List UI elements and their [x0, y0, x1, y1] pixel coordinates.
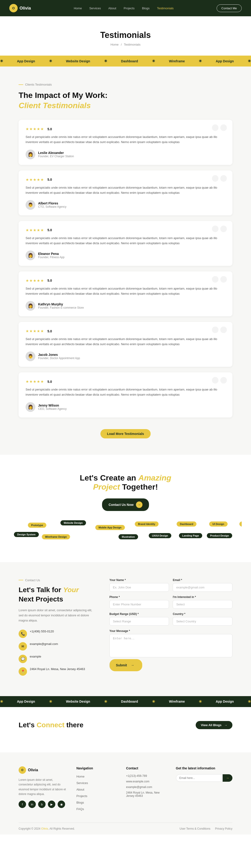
navbar: O Olivia Home Services About Projects Bl… [0, 0, 251, 16]
testimonials-section: Clients Testimonials The Impact of My Wo… [0, 66, 251, 455]
contact-us-now-button[interactable]: Contact Us Now → [102, 498, 149, 511]
footer-link-blogs[interactable]: Blogs [76, 800, 117, 805]
contact-left: Contact Us Let's Talk for YourNext Proje… [19, 579, 96, 680]
author-role: Founder, EV Charger Station [38, 155, 74, 158]
footer-email: example@gmail.com [126, 785, 167, 789]
logo[interactable]: O Olivia [9, 4, 31, 12]
footer-grid: O Olivia Lorem ipsum dolor sit amet, con… [19, 766, 232, 811]
cta-heading: Let's Create an Amazing Project Together… [9, 473, 242, 491]
youtube-icon[interactable]: ▶ [48, 801, 55, 808]
nav-projects[interactable]: Projects [124, 6, 134, 10]
blog-heading: Let's Connect there [19, 721, 84, 729]
testimonial-card: ★★★★★ 5.0 Sed ut perspiciatis unde omnis… [19, 120, 232, 165]
contact-email: ✉ example@gmail.com [19, 642, 96, 651]
logo-name: Olivia [20, 6, 31, 11]
author-name: Jacob Jones [38, 353, 80, 356]
newsletter-submit-button[interactable]: → [223, 774, 232, 782]
footer-website: www.example.com [126, 780, 167, 783]
form-row-phone-interest: Phone * I'm Interested in * Select [109, 595, 232, 609]
nav-blogs[interactable]: Blogs [142, 6, 150, 10]
testimonial-card: ★★★★★ 5.0 Sed ut perspiciatis unde omnis… [19, 221, 232, 266]
tag-prototype: Prototype [28, 523, 46, 528]
contact-form: Your Name * Email * Phone * I'm Interest… [109, 579, 232, 680]
footer-link-about[interactable]: About [76, 787, 117, 792]
form-group-country: Country * Select Country [173, 612, 232, 626]
hero-section: Testimonials Home / Testimonials [0, 16, 251, 56]
budget-label: Budget Range (USD) * [109, 612, 169, 616]
phone-label: Phone * [109, 595, 169, 599]
budget-select[interactable]: Select Range [109, 617, 169, 626]
submit-button[interactable]: Submit → [109, 659, 142, 671]
interest-label: I'm Interested in * [173, 595, 232, 599]
tag-product-design: Product Design [207, 533, 232, 538]
footer-nav: Navigation Home Services About Projects … [76, 766, 117, 811]
newsletter-row: → [176, 774, 232, 782]
tag-design-system: Design System [14, 532, 39, 537]
blog-header: Let's Connect there View All Blogs → [19, 721, 232, 729]
email-label: Email * [173, 579, 232, 582]
footer-link-projects[interactable]: Projects [76, 794, 117, 798]
footer-link-faqs[interactable]: FAQs [76, 807, 117, 811]
author-avatar: 👩 [26, 150, 35, 159]
contact-tag: Contact Us [19, 579, 96, 582]
breadcrumb-home[interactable]: Home [111, 43, 119, 46]
footer-contact-title: Contact [126, 766, 167, 770]
author-role: CEO, Software Agency [38, 407, 67, 410]
footer-link-services[interactable]: Services [76, 781, 117, 785]
footer-ticker-inner: ✳ App Design ✳ Website Design ✳ Dashboar… [0, 700, 251, 704]
footer-contact-list: +1(213)-456-789 www.example.com example@… [126, 774, 167, 798]
form-group-budget: Budget Range (USD) * Select Range [109, 612, 169, 626]
footer-nav-links: Home Services About Projects Blogs FAQs [76, 774, 117, 811]
footer-logo-circle: O [19, 766, 26, 774]
contact-desc: Lorem ipsum dolor sit amet, consectetur … [19, 608, 96, 623]
tag-landing-page: Landing Page [179, 533, 202, 538]
footer-address: 2464 Royal Ln. Mesa, New Jersey 45463 [126, 791, 167, 798]
behance-icon[interactable]: b [38, 801, 45, 808]
footer-brand: O Olivia Lorem ipsum dolor sit amet, con… [19, 766, 67, 811]
footer-newsletter: Get the latest information → [176, 766, 232, 811]
footer: O Olivia Lorem ipsum dolor sit amet, con… [0, 752, 251, 835]
form-row-budget-country: Budget Range (USD) * Select Range Countr… [109, 612, 232, 626]
author-name: Eleanor Pena [38, 252, 64, 256]
privacy-link[interactable]: Privacy Policy [215, 827, 232, 830]
tag-dashboard: Dashboard [177, 522, 196, 527]
form-group-email: Email * [173, 579, 232, 592]
contact-phone: 📞 +1(406) 555-0120 [19, 629, 96, 638]
name-label: Your Name * [109, 579, 169, 582]
phone-input[interactable] [109, 600, 169, 609]
facebook-icon[interactable]: f [19, 801, 26, 808]
interest-select[interactable]: Select [173, 600, 232, 609]
linkedin-icon[interactable]: in [28, 801, 36, 808]
form-group-message: Your Message * [109, 629, 232, 657]
contact-section: Contact Us Let's Talk for YourNext Proje… [0, 562, 251, 696]
nav-services[interactable]: Services [89, 6, 101, 10]
cta-section: Let's Create an Amazing Project Together… [0, 455, 251, 562]
name-input[interactable] [109, 583, 169, 592]
contact-address: 📍 2464 Royal Ln. Mesa, New Jersey 45463 [19, 667, 96, 676]
message-textarea[interactable] [109, 634, 232, 657]
nav-testimonials[interactable]: Testimonials [157, 6, 174, 10]
nav-home[interactable]: Home [74, 6, 82, 10]
footer-link-home[interactable]: Home [76, 774, 117, 778]
newsletter-input[interactable] [176, 774, 223, 782]
contact-me-button[interactable]: Contact Me [217, 4, 242, 12]
nav-about[interactable]: About [108, 6, 116, 10]
author-name: Kathryn Murphy [38, 302, 84, 306]
author-role: Founder, Fashion E-commerce Store [38, 306, 84, 309]
country-select[interactable]: Select Country [173, 617, 232, 626]
country-label: Country * [173, 612, 232, 616]
terms-link[interactable]: User Terms & Conditions [180, 827, 211, 830]
testimonial-card: ★★★★★ 5.0 Sed ut perspiciatis unde omnis… [19, 272, 232, 316]
email-input[interactable] [173, 583, 232, 592]
form-group-interest: I'm Interested in * Select [173, 595, 232, 609]
view-all-blogs-button[interactable]: View All Blogs → [196, 721, 232, 729]
instagram-icon[interactable]: ◉ [58, 801, 65, 808]
load-more-button[interactable]: Load More Testimonials [100, 429, 150, 438]
contact-heading: Let's Talk for YourNext Projects [19, 585, 96, 604]
footer-desc: Lorem ipsum dolor sit amet, consectetur … [19, 777, 67, 797]
footer-logo: O Olivia [19, 766, 67, 774]
contact-grid: Contact Us Let's Talk for YourNext Proje… [19, 579, 232, 680]
breadcrumb-current: Testimonials [124, 43, 140, 46]
tag-brand-identity-2: Brand Identity [240, 522, 242, 527]
footer-phone: +1(213)-456-789 [126, 774, 167, 777]
